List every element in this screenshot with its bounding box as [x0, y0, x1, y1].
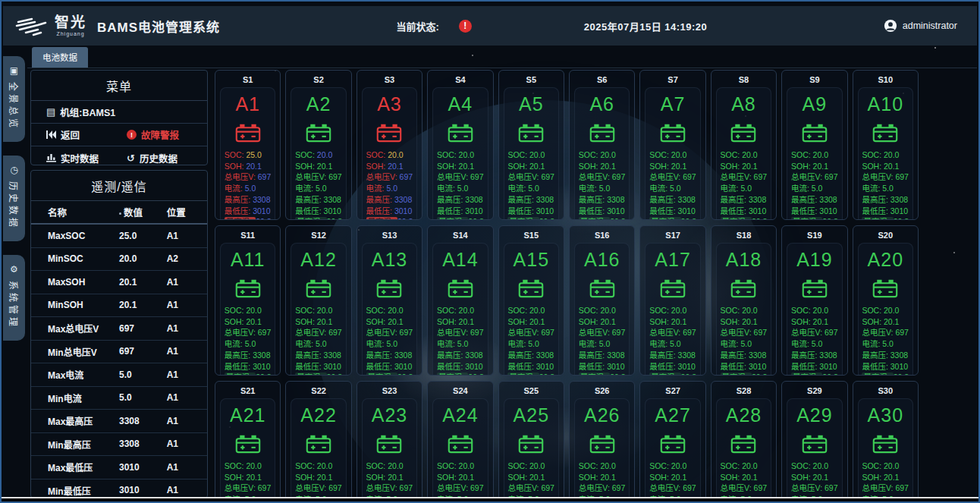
unit-icon: ▤ [46, 107, 55, 117]
battery-card[interactable]: S5 A5 SOC20.0SOH20.1总电压V697电流5.0最高压3308最… [498, 70, 564, 220]
row-value: 5.0 [119, 369, 167, 380]
battery-card[interactable]: S28 A28 SOC20.0SOH20.1总电压V697电流5.0最高压330… [711, 381, 777, 503]
sidebar-tab-2[interactable]: ◷历史数据 [3, 156, 25, 241]
stat-row: 电流5.0 [649, 183, 696, 194]
battery-card[interactable]: S11 A11 SOC20.0SOH20.1总电压V697电流5.0最高压330… [215, 225, 281, 376]
battery-icon [660, 278, 686, 298]
battery-card[interactable]: S19 A19 SOC20.0SOH20.1总电压V697电流5.0最高压330… [781, 225, 847, 376]
battery-card[interactable]: S8 A8 SOC20.0SOH20.1总电压V697电流5.0最高压3308最… [711, 70, 777, 220]
stat-row: SOC20.0 [862, 305, 909, 316]
battery-card[interactable]: S25 A25 SOC20.0SOH20.1总电压V697电流5.0最高压330… [498, 381, 564, 503]
slot-label: S6 [572, 73, 632, 87]
stat-value: 3010 [324, 206, 341, 215]
battery-stats: SOC20.0SOH20.1总电压V697电流5.0最高压3308最低压3010… [366, 305, 413, 376]
brand-logo: 智光 Zhiguang [15, 14, 86, 37]
stat-value: 20.8 [681, 373, 696, 376]
telemetry-rows: MaxSOC25.0A1MinSOC20.0A2MaxSOH20.1A1MinS… [31, 225, 207, 498]
battery-card[interactable]: S21 A21 SOC20.0SOH20.1总电压V697电流5.0最高压330… [215, 381, 281, 503]
stat-row: SOC20.0 [295, 305, 342, 316]
battery-card[interactable]: S24 A24 SOC20.0SOH20.1总电压V697电流5.0最高压330… [427, 381, 493, 503]
stat-label: 电流 [579, 339, 599, 348]
stat-label: 最低压 [437, 206, 465, 215]
slot-label: S12 [288, 228, 348, 243]
stat-value: 3308 [749, 195, 766, 204]
battery-stats: SOC20.0SOH20.1总电压V697电流5.0最高压3308最低压3010… [721, 305, 768, 376]
realtime-data-button[interactable]: 实时数据 [46, 151, 127, 165]
battery-card[interactable]: S22 A22 SOC20.0SOH20.1总电压V697电流5.0最高压330… [285, 381, 351, 503]
stat-label: SOH [579, 162, 601, 171]
stat-label: SOC [366, 461, 388, 470]
slot-label: S4 [430, 73, 490, 87]
battery-card[interactable]: S30 A30 SOC20.0SOH20.1总电压V697电流5.0最高压330… [853, 381, 919, 503]
battery-card[interactable]: S9 A9 SOC20.0SOH20.1总电压V697电流5.0最高压3308最… [781, 70, 847, 220]
stat-label: 最低压 [507, 206, 536, 215]
stat-value: 20.0 [884, 461, 899, 470]
slot-label: S7 [642, 73, 702, 87]
stat-label: SOH [366, 317, 388, 326]
battery-card[interactable]: S13 A13 SOC20.0SOH20.1总电压V697电流5.0最高压330… [357, 225, 422, 376]
stat-label: 总电压V [791, 328, 825, 337]
battery-stats: SOC25.0SOH20.1总电压V697电流5.0最高压3308最低压3010… [225, 149, 272, 220]
battery-card[interactable]: S18 A18 SOC20.0SOH20.1总电压V697电流5.0最高压330… [711, 225, 777, 376]
battery-stats: SOC20.0SOH20.1总电压V697电流5.0最高压3308最低压3010… [366, 149, 413, 220]
stat-label: SOC [862, 461, 884, 470]
alert-status-icon[interactable]: ! [459, 20, 472, 33]
row-location: A1 [167, 277, 207, 288]
stat-row: SOH20.1 [225, 161, 272, 172]
stat-value: 3010 [890, 362, 908, 371]
stat-label: 最高压 [507, 195, 536, 204]
stat-row: SOH20.1 [649, 472, 696, 483]
battery-card[interactable]: S10 A10 SOC20.0SOH20.1总电压V697电流5.0最高压330… [853, 70, 919, 220]
battery-card[interactable]: S29 A29 SOC20.0SOH20.1总电压V697电流5.0最高压330… [781, 381, 847, 503]
slot-label: S27 [642, 384, 702, 398]
battery-card[interactable]: S14 A14 SOC20.0SOH20.1总电压V697电流5.0最高压330… [427, 225, 493, 376]
battery-card[interactable]: S20 A20 SOC20.0SOH20.1总电压V697电流5.0最高压330… [853, 225, 919, 376]
back-button[interactable]: 返回 [46, 127, 127, 142]
stat-value: 20.1 [884, 473, 899, 482]
stat-row: 最低压3010 [366, 361, 413, 373]
back-label: 返回 [61, 127, 80, 142]
sidebar-tab-1[interactable]: ▣全景总览 [3, 56, 25, 142]
stat-row: SOC20.0 [437, 305, 484, 316]
stat-label: 最低压 [649, 206, 677, 215]
battery-card[interactable]: S7 A7 SOC20.0SOH20.1总电压V697电流5.0最高压3308最… [639, 70, 705, 220]
stat-value: 20.0 [600, 150, 615, 159]
battery-card[interactable]: S6 A6 SOC20.0SOH20.1总电压V697电流5.0最高压3308最… [569, 70, 635, 220]
stat-label: 最高温 [721, 373, 752, 376]
stat-value: 20.0 [813, 306, 828, 315]
history-data-button[interactable]: ↺ 历史数据 [127, 151, 207, 165]
stat-row: 最高温20.8 [721, 372, 768, 376]
battery-name: A4 [448, 93, 473, 115]
stat-value: 20.8 [822, 373, 837, 376]
stat-row: 电流5.0 [507, 183, 554, 194]
stat-row: 最高温20.8 [437, 216, 484, 220]
battery-card[interactable]: S2 A2 SOC20.0SOH20.1总电压V697电流5.0最高压3308最… [285, 70, 351, 220]
tab-battery-data[interactable]: 电池数据 [32, 47, 88, 68]
stat-row: SOC20.0 [225, 461, 272, 472]
stat-value: 3308 [394, 195, 412, 204]
battery-card[interactable]: S17 A17 SOC20.0SOH20.1总电压V697电流5.0最高压330… [639, 225, 705, 376]
stat-value: 20.0 [671, 306, 686, 315]
fault-alarm-button[interactable]: ! 故障警报 [127, 127, 207, 142]
stat-row: 总电压V697 [225, 171, 272, 183]
battery-card[interactable]: S27 A27 SOC20.0SOH20.1总电压V697电流5.0最高压330… [639, 381, 705, 503]
battery-card[interactable]: S3 A3 SOC20.0SOH20.1总电压V697电流5.0最高压3308最… [357, 70, 422, 220]
battery-card[interactable]: S26 A26 SOC20.0SOH20.1总电压V697电流5.0最高压330… [569, 381, 635, 503]
user-avatar-icon [884, 19, 897, 33]
history-label: 历史数据 [140, 151, 177, 165]
row-location: A1 [167, 300, 207, 310]
battery-card[interactable]: S16 A16 SOC20.0SOH20.1总电压V697电流5.0最高压330… [569, 225, 635, 376]
battery-card[interactable]: S15 A15 SOC20.0SOH20.1总电压V697电流5.0最高压330… [498, 225, 564, 376]
battery-card[interactable]: S4 A4 SOC20.0SOH20.1总电压V697电流5.0最高压3308最… [427, 70, 493, 220]
battery-card-body: A10 SOC20.0SOH20.1总电压V697电流5.0最高压3308最低压… [858, 87, 913, 220]
battery-card[interactable]: S23 A23 SOC20.0SOH20.1总电压V697电流5.0最高压330… [357, 381, 422, 503]
alarm-icon: ! [127, 130, 137, 140]
stat-label: 最低压 [862, 362, 890, 371]
battery-card[interactable]: S12 A12 SOC20.0SOH20.1总电压V697电流5.0最高压330… [285, 225, 351, 376]
stat-row: 最高压3308 [721, 350, 768, 361]
battery-card[interactable]: S1 A1 SOC25.0SOH20.1总电压V697电流5.0最高压3308最… [215, 70, 281, 220]
user-menu[interactable]: administrator [884, 19, 957, 33]
battery-name: A9 [803, 93, 828, 115]
logo-text: 智光 Zhiguang [55, 15, 86, 36]
sidebar-tab-3[interactable]: ⚙系统管理 [3, 255, 25, 341]
